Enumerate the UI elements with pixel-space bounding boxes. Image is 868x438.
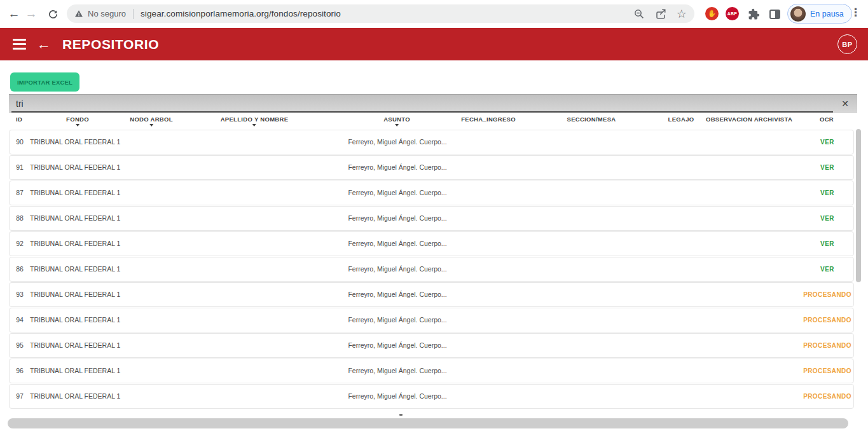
ocr-status-procesando[interactable]: PROCESANDO	[803, 308, 851, 332]
cell-id: 96	[10, 359, 30, 383]
cell-asunto: Ferreyro, Miguel Ángel. Cuerpo...	[348, 130, 446, 154]
ocr-status-ver[interactable]: VER	[820, 232, 834, 256]
sort-caret-icon[interactable]	[395, 124, 399, 127]
sort-caret-icon[interactable]	[149, 124, 153, 127]
cell-id: 91	[10, 156, 30, 179]
cell-fondo: TRIBUNAL ORAL FEDERAL 1	[30, 359, 120, 383]
cell-asunto: Ferreyro, Miguel Ángel. Cuerpo...	[348, 283, 446, 306]
cell-id: 86	[10, 257, 30, 281]
column-header-fondo[interactable]: FONDO	[66, 116, 89, 127]
puzzle-icon	[748, 8, 760, 20]
horizontal-scrollbar[interactable]	[8, 418, 848, 428]
ocr-status-ver[interactable]: VER	[820, 156, 834, 179]
side-panel-glyph	[769, 10, 780, 19]
vertical-scrollbar[interactable]	[856, 129, 861, 282]
column-label: FONDO	[66, 116, 89, 123]
column-label: LEGAJO	[668, 116, 694, 123]
ocr-status-procesando[interactable]: PROCESANDO	[803, 359, 851, 383]
ocr-status-procesando[interactable]: PROCESANDO	[803, 283, 851, 306]
cell-fondo: TRIBUNAL ORAL FEDERAL 1	[30, 334, 120, 357]
cell-id: 94	[10, 308, 30, 332]
cell-id: 88	[10, 207, 30, 230]
ocr-status-procesando[interactable]: PROCESANDO	[803, 385, 851, 408]
side-panel-icon[interactable]	[768, 7, 782, 21]
reload-button[interactable]	[45, 6, 61, 22]
column-header-nodo-arbol[interactable]: NODO ARBOL	[130, 116, 173, 127]
table-row[interactable]: 90TRIBUNAL ORAL FEDERAL 1Ferreyro, Migue…	[9, 130, 854, 154]
column-label: ASUNTO	[383, 116, 410, 123]
column-header-ocr: OCR	[820, 116, 834, 123]
column-header-legajo: LEGAJO	[668, 116, 694, 123]
ocr-status-ver[interactable]: VER	[820, 181, 834, 205]
reload-icon	[48, 9, 59, 20]
column-header-fecha-ingreso: FECHA_INGRESO	[461, 116, 516, 123]
ocr-status-ver[interactable]: VER	[820, 130, 834, 154]
cell-id: 92	[10, 232, 30, 256]
ocr-status-ver[interactable]: VER	[820, 207, 834, 230]
table-row[interactable]: 93TRIBUNAL ORAL FEDERAL 1Ferreyro, Migue…	[9, 282, 854, 307]
back-button[interactable]: ←	[6, 6, 22, 22]
cell-asunto: Ferreyro, Miguel Ángel. Cuerpo...	[348, 156, 446, 179]
column-header-apellido-y-nombre[interactable]: APELLIDO Y NOMBRE	[221, 116, 289, 127]
site-security-chip[interactable]: No seguro	[74, 9, 126, 18]
table-row[interactable]: 96TRIBUNAL ORAL FEDERAL 1Ferreyro, Migue…	[9, 359, 854, 383]
clear-search-icon[interactable]: ✕	[841, 98, 849, 111]
table-row[interactable]: 88TRIBUNAL ORAL FEDERAL 1Ferreyro, Migue…	[9, 206, 854, 231]
ocr-status-procesando[interactable]: PROCESANDO	[803, 334, 851, 357]
cell-asunto: Ferreyro, Miguel Ángel. Cuerpo...	[348, 232, 446, 256]
import-excel-button[interactable]: IMPORTAR EXCEL	[10, 72, 79, 92]
table-row[interactable]: 97TRIBUNAL ORAL FEDERAL 1Ferreyro, Migue…	[9, 384, 854, 409]
user-avatar[interactable]: BP	[837, 34, 857, 54]
cell-fondo: TRIBUNAL ORAL FEDERAL 1	[30, 181, 120, 205]
app-back-arrow-icon[interactable]: ←	[37, 38, 51, 51]
profile-sync-status: En pausa	[810, 10, 844, 18]
table-row[interactable]: 86TRIBUNAL ORAL FEDERAL 1Ferreyro, Migue…	[9, 257, 854, 282]
zoom-icon[interactable]	[633, 8, 645, 20]
cell-id: 90	[10, 130, 30, 154]
column-label: OBSERVACION ARCHIVISTA	[706, 116, 792, 123]
cell-fondo: TRIBUNAL ORAL FEDERAL 1	[30, 283, 120, 306]
column-header-asunto[interactable]: ASUNTO	[383, 116, 410, 127]
column-header-id: ID	[16, 116, 22, 123]
address-bar[interactable]: No seguro sigear.comisionporlamemoria.or…	[67, 4, 694, 23]
warning-triangle-icon	[74, 10, 83, 18]
column-header-seccion-mesa: SECCION/MESA	[567, 116, 616, 123]
table-row[interactable]: 94TRIBUNAL ORAL FEDERAL 1Ferreyro, Migue…	[9, 308, 854, 332]
cell-fondo: TRIBUNAL ORAL FEDERAL 1	[30, 257, 120, 281]
cell-fondo: TRIBUNAL ORAL FEDERAL 1	[30, 130, 120, 154]
table-header: IDFONDONODO ARBOLAPELLIDO Y NOMBREASUNTO…	[0, 116, 868, 130]
table-row[interactable]: 87TRIBUNAL ORAL FEDERAL 1Ferreyro, Migue…	[9, 181, 854, 205]
profile-chip[interactable]: En pausa	[787, 4, 852, 24]
table-row[interactable]: 95TRIBUNAL ORAL FEDERAL 1Ferreyro, Migue…	[9, 333, 854, 358]
cell-asunto: Ferreyro, Miguel Ángel. Cuerpo...	[348, 257, 446, 281]
sort-caret-icon[interactable]	[76, 124, 79, 127]
cell-id: 95	[10, 334, 30, 357]
sort-caret-icon[interactable]	[252, 124, 256, 127]
extensions-puzzle-icon[interactable]	[747, 7, 761, 21]
cell-fondo: TRIBUNAL ORAL FEDERAL 1	[30, 207, 120, 230]
cell-id: 87	[10, 181, 30, 205]
cell-fondo: TRIBUNAL ORAL FEDERAL 1	[30, 232, 120, 256]
share-icon[interactable]	[655, 8, 666, 20]
cell-asunto: Ferreyro, Miguel Ángel. Cuerpo...	[348, 308, 446, 332]
security-label: No seguro	[88, 9, 126, 18]
adblock-extension-icon[interactable]: ✋	[705, 7, 719, 20]
ocr-status-ver[interactable]: VER	[820, 257, 834, 281]
abp-extension-icon[interactable]: ABP	[726, 7, 739, 20]
column-label: FECHA_INGRESO	[461, 116, 516, 123]
menu-hamburger-icon[interactable]	[13, 39, 26, 50]
url-text: sigear.comisionporlamemoria.org/fondos/r…	[141, 9, 341, 18]
table-row[interactable]: 91TRIBUNAL ORAL FEDERAL 1Ferreyro, Migue…	[9, 155, 854, 180]
column-label: OCR	[820, 116, 834, 123]
column-header-observacion-archivista: OBSERVACION ARCHIVISTA	[706, 116, 792, 123]
url-separator	[133, 9, 134, 19]
forward-button[interactable]: →	[23, 6, 39, 22]
bookmark-star-icon[interactable]: ☆	[677, 8, 687, 20]
cell-id: 93	[10, 283, 30, 306]
table-row[interactable]: 92TRIBUNAL ORAL FEDERAL 1Ferreyro, Migue…	[9, 231, 854, 256]
browser-menu-icon[interactable]: ⋮	[850, 6, 861, 19]
search-input[interactable]	[11, 95, 833, 113]
cell-asunto: Ferreyro, Miguel Ángel. Cuerpo...	[348, 207, 446, 230]
column-label: ID	[16, 116, 22, 123]
profile-avatar-image	[790, 6, 806, 22]
